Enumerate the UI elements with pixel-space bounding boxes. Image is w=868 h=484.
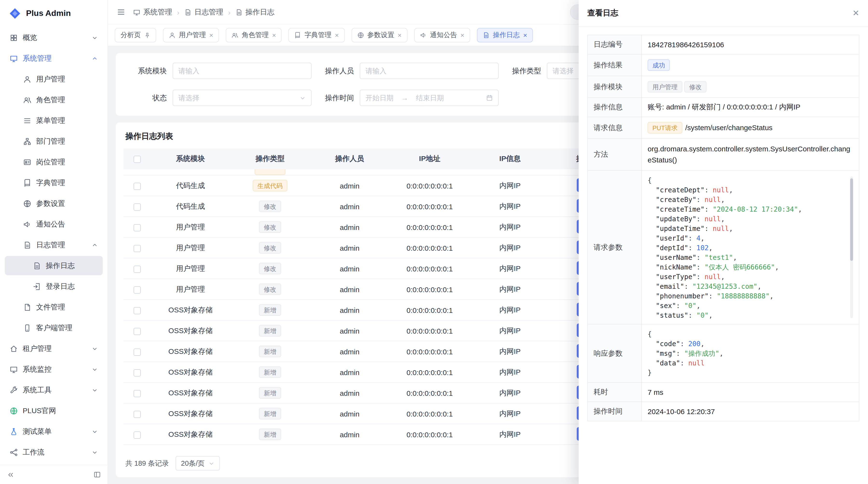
tree-icon [23,137,31,146]
column-header: IP地址 [389,149,470,169]
cell-ip: 0:0:0:0:0:0:0:1 [389,175,470,196]
tab-close-icon[interactable]: × [335,32,339,39]
sidebar-item-测试菜单[interactable]: 测试菜单 [5,422,103,441]
row-checkbox[interactable] [133,224,141,231]
row-checkbox[interactable] [133,390,141,397]
row-checkbox[interactable] [133,328,141,335]
sidebar-item-系统工具[interactable]: 系统工具 [5,380,103,400]
sidebar-item-label: 系统工具 [23,385,52,394]
cell-operator: admin [310,196,389,217]
cell-module: 用户管理 [151,237,230,258]
操作人员-input[interactable] [360,63,499,79]
cell-operator: admin [310,300,389,320]
breadcrumb-item[interactable]: 日志管理 [184,7,223,17]
result-badge: 成功 [648,59,670,71]
tab-通知公告[interactable]: 通知公告× [414,28,470,42]
sidebar-item-登录日志[interactable]: 登录日志 [5,277,103,296]
detail-row: 请求参数{ "createDept": null, "createBy": nu… [588,170,859,324]
chevron-up-icon [92,242,98,248]
hamburger-menu-icon[interactable] [117,8,125,17]
sidebar-item-客户端管理[interactable]: 客户端管理 [5,318,103,337]
filter-field: 操作时间开始日期→结束日期 [311,90,499,106]
monitor-icon [10,365,18,374]
tab-label: 用户管理 [179,31,206,39]
tab-操作日志[interactable]: 操作日志× [477,28,533,42]
row-checkbox[interactable] [133,411,141,418]
cell-ip-location: 内网IP [470,362,550,383]
tab-用户管理[interactable]: 用户管理× [163,28,219,42]
cell-operator: admin [310,403,389,424]
panel-pin-icon[interactable] [94,471,101,478]
row-checkbox[interactable] [133,266,141,273]
tab-字典管理[interactable]: 字典管理× [289,28,345,42]
row-checkbox[interactable] [133,349,141,356]
column-header: 系统模块 [151,149,230,169]
row-checkbox[interactable] [133,307,141,314]
sidebar-item-角色管理[interactable]: 角色管理 [5,90,103,109]
sidebar-item-部门管理[interactable]: 部门管理 [5,132,103,151]
sidebar-item-参数设置[interactable]: 参数设置 [5,194,103,213]
row-checkbox[interactable] [133,369,141,377]
file-icon [23,303,31,311]
speaker-icon [420,32,427,39]
sidebar-item-label: 系统监控 [23,365,52,374]
detail-label: 方法 [588,138,642,170]
select-all-checkbox[interactable] [133,156,141,163]
scrollbar-thumb[interactable] [850,179,853,261]
sidebar-item-用户管理[interactable]: 用户管理 [5,69,103,89]
detail-value: 账号: admin / 研发部门 / 0:0:0:0:0:0:0:1 / 内网I… [648,103,801,111]
cell-module: OSS对象存储 [151,383,230,403]
状态-select[interactable]: 请选择 [173,90,311,106]
app-logo-icon [9,7,21,20]
cell-module: OSS对象存储 [151,320,230,341]
系统模块-input[interactable] [173,63,311,79]
sidebar-item-label: PLUS官网 [23,406,56,415]
collapse-sidebar-icon[interactable] [7,471,14,479]
doc-icon [483,32,490,39]
row-checkbox[interactable] [133,286,141,294]
breadcrumb-item[interactable]: 操作日志 [235,7,274,17]
detail-label: 操作时间 [588,402,642,421]
sidebar-item-日志管理[interactable]: 日志管理 [5,235,103,255]
breadcrumb-item[interactable]: 系统管理 [133,7,172,17]
page-size-select[interactable]: 20条/页 [176,456,220,471]
row-checkbox[interactable] [133,203,141,211]
sidebar-item-租户管理[interactable]: 租户管理 [5,339,103,358]
row-checkbox[interactable] [133,245,141,252]
sidebar-item-PLUS官网[interactable]: PLUS官网 [5,401,103,420]
chevron-up-icon [92,55,98,61]
sidebar-item-字典管理[interactable]: 字典管理 [5,173,103,192]
detail-row: 操作模块用户管理 修改 [588,76,859,98]
sidebar-item-菜单管理[interactable]: 菜单管理 [5,111,103,130]
sidebar-item-工作流[interactable]: 工作流 [5,443,103,462]
sidebar-item-通知公告[interactable]: 通知公告 [5,215,103,234]
sidebar-item-概览[interactable]: 概览 [5,28,103,47]
close-icon[interactable]: ✕ [852,8,860,18]
sidebar-item-系统管理[interactable]: 系统管理 [5,49,103,68]
breadcrumb-separator: › [177,8,179,16]
chevron-down-icon [92,428,98,434]
row-checkbox[interactable] [133,431,141,439]
cell-operator: admin [310,383,389,403]
action-type-badge: 修改 [259,242,281,254]
detail-label: 请求信息 [588,117,642,138]
pin-icon[interactable] [144,32,151,38]
操作时间-daterange[interactable]: 开始日期→结束日期 [360,90,499,106]
tab-close-icon[interactable]: × [461,32,464,39]
tab-label: 分析页 [121,31,141,39]
tab-角色管理[interactable]: 角色管理× [226,28,282,42]
sidebar-item-岗位管理[interactable]: 岗位管理 [5,152,103,172]
tab-close-icon[interactable]: × [272,32,276,39]
tab-close-icon[interactable]: × [209,32,213,39]
detail-value: 7 ms [648,388,663,396]
cell-ip: 0:0:0:0:0:0:0:1 [389,217,470,237]
row-checkbox[interactable] [133,183,141,190]
sidebar-item-文件管理[interactable]: 文件管理 [5,297,103,317]
tab-分析页[interactable]: 分析页 [115,28,156,42]
sidebar-item-系统监控[interactable]: 系统监控 [5,360,103,379]
tab-close-icon[interactable]: × [523,32,527,39]
tab-参数设置[interactable]: 参数设置× [351,28,407,42]
tab-close-icon[interactable]: × [398,32,401,39]
sidebar-item-操作日志[interactable]: 操作日志 [5,256,103,275]
sidebar-item-label: 概览 [23,33,37,42]
